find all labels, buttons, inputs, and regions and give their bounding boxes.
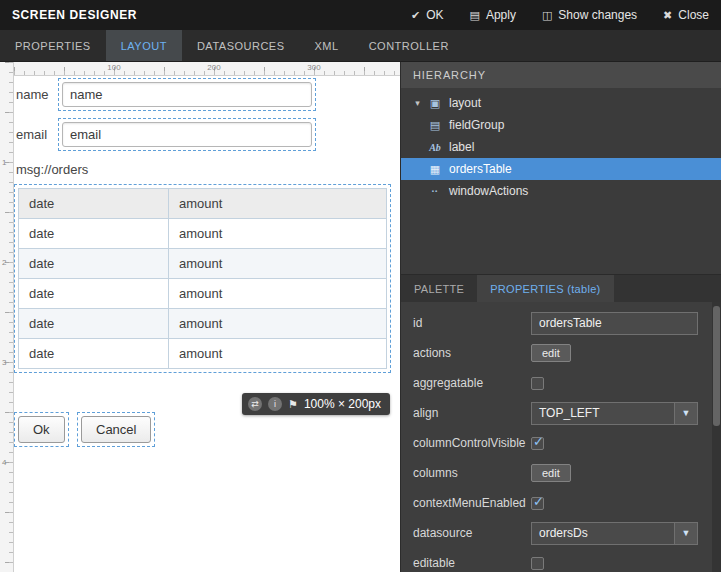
property-control: TOP_LEFT▼ (531, 402, 698, 425)
screen-designer-window: SCREEN DESIGNER ✔ OK ▤ Apply ◫ Show chan… (0, 0, 721, 572)
align-select[interactable]: TOP_LEFT▼ (531, 402, 698, 425)
properties-scrollbar[interactable] (712, 302, 721, 572)
table-cell: amount (169, 219, 387, 249)
orders-table-preview[interactable]: dateamountdateamountdateamountdateamount… (18, 188, 387, 369)
app-title: SCREEN DESIGNER (12, 8, 137, 22)
table-cell: amount (169, 339, 387, 369)
property-control: ordersDs▼ (531, 522, 698, 545)
field-row-name: name (16, 78, 400, 112)
table-cell: date (19, 219, 169, 249)
apply-button-label: Apply (486, 8, 516, 22)
container-icon: ▣ (427, 95, 443, 111)
table-cell: amount (169, 249, 387, 279)
property-control (531, 312, 698, 335)
hierarchy-item-label: layout (449, 96, 481, 110)
hierarchy-item-label[interactable]: Ablabel (401, 136, 721, 158)
property-row-columnControlVisible: columnControlVisible (401, 428, 721, 458)
ok-canvas-button[interactable]: Ok (18, 416, 65, 443)
email-field-label: email (16, 127, 47, 142)
editable-checkbox[interactable] (531, 557, 544, 570)
tab-properties[interactable]: PROPERTIES (0, 30, 106, 61)
table-cell: date (19, 279, 169, 309)
expander-icon[interactable]: ▾ (412, 98, 423, 108)
orders-table-selection[interactable]: dateamountdateamountdateamountdateamount… (14, 184, 391, 373)
property-label: actions (413, 346, 451, 360)
apply-button[interactable]: ▤ Apply (470, 8, 516, 22)
apply-icon: ▤ (470, 9, 480, 22)
contextMenuEnabled-checkbox[interactable] (531, 497, 544, 510)
table-cell: date (19, 309, 169, 339)
table-cell: date (19, 249, 169, 279)
table-cell: amount (169, 279, 387, 309)
v-ruler-mark: 4 (2, 458, 6, 467)
property-control (531, 497, 698, 510)
property-row-aggregatable: aggregatable (401, 368, 721, 398)
hierarchy-item-label: windowActions (449, 184, 528, 198)
inspector-tab-properties[interactable]: PROPERTIES (table) (477, 275, 613, 302)
show-changes-button[interactable]: ◫ Show changes (542, 8, 637, 22)
h-ruler-mark: 300 (307, 63, 320, 72)
table-header-cell: date (19, 189, 169, 219)
tab-datasources[interactable]: DATASOURCES (182, 30, 300, 61)
close-icon: ✖ (663, 9, 672, 22)
properties-list: idactionseditaggregatablealignTOP_LEFT▼c… (401, 302, 721, 572)
v-ruler-mark: 2 (2, 258, 6, 267)
properties-panel: idactionseditaggregatablealignTOP_LEFT▼c… (401, 302, 721, 572)
aggregatable-checkbox[interactable] (531, 377, 544, 390)
datasource-select[interactable]: ordersDs▼ (531, 522, 698, 545)
scrollbar-thumb[interactable] (713, 306, 720, 426)
hierarchy-item-windowActions[interactable]: ▪▪windowActions (401, 180, 721, 202)
orders-message-label: msg://orders (16, 162, 88, 177)
tab-xml[interactable]: XML (300, 30, 354, 61)
columns-edit-button[interactable]: edit (531, 464, 571, 482)
v-ruler-mark: 3 (2, 358, 6, 367)
table-row: dateamount (19, 249, 387, 279)
tab-controller[interactable]: CONTROLLER (354, 30, 464, 61)
property-control (531, 557, 698, 570)
property-row-id: id (401, 308, 721, 338)
hierarchy-item-layout[interactable]: ▾▣layout (401, 92, 721, 114)
property-row-editable: editable (401, 548, 721, 572)
name-input[interactable] (62, 82, 312, 107)
property-label: id (413, 316, 422, 330)
close-button[interactable]: ✖ Close (663, 8, 709, 22)
chevron-down-icon: ▼ (674, 523, 697, 544)
info-icon[interactable]: i (268, 397, 282, 411)
main-area: 1234 100200300 msg://orders dateamountda… (0, 62, 721, 572)
property-row-actions: actionsedit (401, 338, 721, 368)
h-ruler-mark: 100 (107, 63, 120, 72)
cancel-canvas-button[interactable]: Cancel (81, 416, 151, 443)
email-input[interactable] (62, 122, 312, 147)
table-cell: date (19, 339, 169, 369)
actions-edit-button[interactable]: edit (531, 344, 571, 362)
inspector-tabbar: PALETTEPROPERTIES (table) (401, 274, 721, 302)
id-input[interactable] (531, 312, 698, 335)
show-changes-button-label: Show changes (558, 8, 637, 22)
table-row: dateamount (19, 219, 387, 249)
table-header-row: dateamount (19, 189, 387, 219)
resize-icon[interactable]: ⇄ (248, 397, 262, 411)
property-control (531, 437, 698, 450)
inspector-tab-palette[interactable]: PALETTE (401, 275, 477, 302)
property-label: align (413, 406, 438, 420)
size-badge-text: 100% × 200px (304, 397, 381, 411)
topbar-actions: ✔ OK ▤ Apply ◫ Show changes ✖ Close (411, 8, 709, 22)
flag-icon: ⚑ (288, 398, 298, 411)
tab-layout[interactable]: LAYOUT (106, 30, 182, 61)
table-row: dateamount (19, 309, 387, 339)
property-label: columnControlVisible (413, 436, 526, 450)
columnControlVisible-checkbox[interactable] (531, 437, 544, 450)
field-group-icon: ▤ (427, 117, 443, 133)
hierarchy-item-ordersTable[interactable]: ▦ordersTable (401, 158, 721, 180)
property-row-contextMenuEnabled: contextMenuEnabled (401, 488, 721, 518)
hierarchy-item-fieldGroup[interactable]: ▤fieldGroup (401, 114, 721, 136)
name-field-selection[interactable] (58, 78, 316, 111)
table-icon: ▦ (427, 161, 443, 177)
cancel-button-selection[interactable]: Cancel (77, 412, 155, 447)
ok-button[interactable]: ✔ OK (411, 8, 444, 22)
hierarchy-item-label: fieldGroup (449, 118, 504, 132)
email-field-selection[interactable] (58, 118, 316, 151)
inspector-panel: HIERARCHY ▾▣layout▤fieldGroupAblabel▦ord… (400, 62, 721, 572)
v-ruler-mark: 1 (2, 158, 6, 167)
ok-button-selection[interactable]: Ok (14, 412, 69, 447)
